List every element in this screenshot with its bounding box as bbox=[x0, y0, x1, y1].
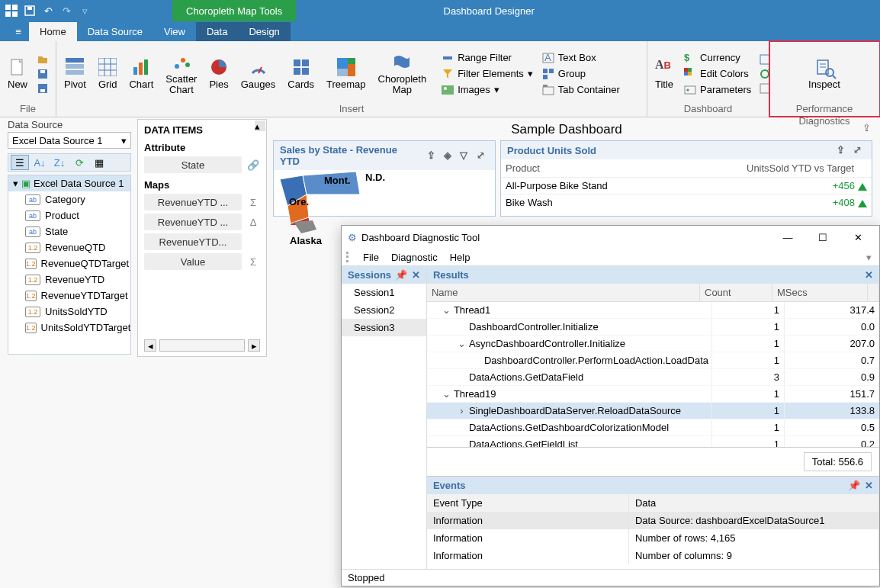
parameters-button[interactable]: Parameters bbox=[682, 83, 753, 97]
file-menu-icon[interactable]: ≡ bbox=[8, 26, 29, 41]
filter-elements-button[interactable]: Filter Elements ▾ bbox=[440, 67, 535, 81]
field-item[interactable]: 1.2RevenueQTDTarget bbox=[8, 255, 130, 272]
map-chip[interactable]: RevenueYTD ... bbox=[144, 214, 242, 230]
close-button[interactable]: ✕ bbox=[843, 227, 873, 248]
toolbar-btn-tree[interactable]: ☰ bbox=[11, 155, 29, 170]
minimize-button[interactable]: — bbox=[772, 227, 803, 248]
edit-colors-button[interactable]: Edit Colors bbox=[682, 67, 753, 81]
export-icon[interactable]: ⇪ bbox=[860, 122, 872, 134]
scatter-chart-button[interactable]: Scatter Chart bbox=[162, 51, 200, 97]
tab-data[interactable]: Data bbox=[196, 22, 238, 41]
close-icon[interactable]: ✕ bbox=[412, 269, 420, 281]
field-item[interactable]: 1.2UnitsSoldYTDTarget bbox=[8, 320, 130, 336]
results-row[interactable]: DashboardController.PerformLoadAction.Lo… bbox=[427, 352, 879, 369]
field-item[interactable]: 1.2RevenueYTD bbox=[8, 272, 130, 288]
expand-chevron-icon[interactable]: ⌄ bbox=[458, 338, 466, 349]
results-row[interactable]: ⌄Thread191151.7 bbox=[427, 386, 879, 403]
menu-diagnostic[interactable]: Diagnostic bbox=[391, 252, 438, 263]
choropleth-map-button[interactable]: Choropleth Map bbox=[375, 51, 430, 97]
results-row[interactable]: ⌄AsyncDashboardController.Initialize1207… bbox=[427, 336, 879, 352]
layers-icon[interactable]: ◈ bbox=[444, 149, 456, 162]
filter-icon[interactable]: ▽ bbox=[460, 149, 472, 162]
pin-icon[interactable]: 📌 bbox=[848, 480, 860, 491]
save-small-icon[interactable] bbox=[37, 68, 49, 80]
tab-design[interactable]: Design bbox=[238, 22, 290, 41]
table-row[interactable]: Bike Wash +408 bbox=[501, 194, 872, 210]
value-chip[interactable]: Value bbox=[144, 253, 242, 270]
maximize-button[interactable]: ☐ bbox=[808, 227, 838, 248]
saveas-icon[interactable] bbox=[37, 82, 49, 95]
menu-overflow-icon[interactable]: ▾ bbox=[866, 252, 872, 263]
results-row[interactable]: ›SingleDashboardDataServer.ReloadDataSou… bbox=[427, 403, 879, 419]
di-scroll-thumb[interactable]: ▴ bbox=[255, 120, 265, 131]
toolbar-btn-sort-az[interactable]: A↓ bbox=[31, 155, 49, 170]
field-item[interactable]: 1.2UnitsSoldYTD bbox=[8, 304, 130, 320]
expand-chevron-icon[interactable]: ⌄ bbox=[442, 304, 451, 316]
inspect-button[interactable]: Inspect bbox=[805, 56, 843, 92]
field-item[interactable]: abCategory bbox=[8, 191, 130, 207]
table-row[interactable]: All-Purpose Bike Stand +456 bbox=[501, 177, 872, 194]
redo-icon[interactable]: ↷ bbox=[59, 4, 73, 18]
group-button[interactable]: Group bbox=[541, 67, 621, 81]
tab-data-source[interactable]: Data Source bbox=[77, 22, 153, 41]
open-icon[interactable] bbox=[37, 53, 49, 66]
tab-view[interactable]: View bbox=[153, 22, 196, 41]
close-icon[interactable]: ✕ bbox=[865, 480, 873, 491]
field-item[interactable]: 1.2RevenueQTD bbox=[8, 239, 130, 255]
export-icon[interactable]: ⇪ bbox=[427, 149, 439, 162]
session-item[interactable]: Session1 bbox=[342, 284, 426, 301]
close-icon[interactable]: ✕ bbox=[865, 269, 873, 281]
pies-button[interactable]: Pies bbox=[206, 56, 231, 92]
currency-button[interactable]: $Currency bbox=[682, 51, 753, 65]
attribute-chip[interactable]: State bbox=[144, 156, 242, 173]
results-row[interactable]: DashboardController.Initialize10.0 bbox=[427, 319, 879, 336]
hscroll-left[interactable]: ◂ bbox=[144, 339, 156, 352]
session-item[interactable]: Session3 bbox=[342, 319, 426, 336]
new-button[interactable]: New bbox=[5, 56, 31, 92]
map-chip[interactable]: RevenueYTD... bbox=[144, 233, 242, 250]
event-row[interactable]: InformationNumber of columns: 9 bbox=[427, 547, 879, 564]
field-item[interactable]: abProduct bbox=[8, 207, 130, 223]
text-box-button[interactable]: AText Box bbox=[541, 51, 621, 65]
toolbar-btn-more[interactable]: ▦ bbox=[90, 155, 108, 170]
maximize-icon[interactable]: ⤢ bbox=[477, 149, 489, 162]
field-tree-root[interactable]: ▾ ▣ Excel Data Source 1 bbox=[8, 175, 130, 191]
results-row[interactable]: DataActions.GetFieldList10.2 bbox=[427, 436, 879, 447]
cards-button[interactable]: Cards bbox=[284, 56, 317, 92]
qat-more-icon[interactable]: ▿ bbox=[78, 4, 92, 18]
session-item[interactable]: Session2 bbox=[342, 301, 426, 319]
toolbar-btn-refresh[interactable]: ⟳ bbox=[70, 155, 88, 170]
event-row[interactable]: InformationNumber of rows: 4,165 bbox=[427, 529, 879, 547]
hscroll-right[interactable]: ▸ bbox=[248, 339, 260, 352]
event-row[interactable]: InformationData Source: dashboardExcelDa… bbox=[427, 512, 879, 529]
menu-grip-icon[interactable] bbox=[346, 252, 351, 262]
save-icon[interactable] bbox=[23, 4, 37, 18]
results-row[interactable]: ⌄Thread11317.4 bbox=[427, 302, 879, 319]
menu-help[interactable]: Help bbox=[450, 252, 471, 263]
gauges-button[interactable]: Gauges bbox=[238, 56, 279, 92]
field-item[interactable]: 1.2RevenueYTDTarget bbox=[8, 288, 130, 304]
datasource-combo[interactable]: Excel Data Source 1 ▾ bbox=[8, 132, 131, 149]
results-row[interactable]: DataActions.GetDataField30.9 bbox=[427, 369, 879, 386]
pivot-button[interactable]: Pivot bbox=[61, 56, 89, 92]
expand-chevron-icon[interactable]: › bbox=[458, 405, 466, 416]
treemap-button[interactable]: Treemap bbox=[323, 56, 369, 92]
pin-icon[interactable]: 📌 bbox=[395, 269, 407, 281]
range-filter-button[interactable]: Range Filter bbox=[440, 51, 535, 65]
title-button[interactable]: ABTitle bbox=[652, 56, 676, 92]
chart-button[interactable]: Chart bbox=[126, 56, 156, 92]
tab-home[interactable]: Home bbox=[29, 22, 77, 41]
field-item[interactable]: abState bbox=[8, 223, 130, 239]
toolbar-btn-sort-za[interactable]: Z↓ bbox=[50, 155, 69, 170]
export-icon[interactable]: ⇪ bbox=[837, 144, 849, 156]
menu-file[interactable]: File bbox=[363, 252, 379, 263]
hscroll-track[interactable] bbox=[159, 339, 245, 352]
undo-icon[interactable]: ↶ bbox=[41, 4, 55, 18]
expand-chevron-icon[interactable]: ⌄ bbox=[442, 388, 451, 400]
grid-button[interactable]: Grid bbox=[95, 56, 120, 92]
maximize-icon[interactable]: ⤢ bbox=[853, 144, 866, 156]
map-chip[interactable]: RevenueYTD ... bbox=[144, 194, 242, 210]
results-row[interactable]: DataActions.GetDashboardColorizationMode… bbox=[427, 419, 879, 436]
images-button[interactable]: Images ▾ bbox=[440, 83, 535, 97]
tab-container-button[interactable]: Tab Container bbox=[541, 83, 621, 97]
